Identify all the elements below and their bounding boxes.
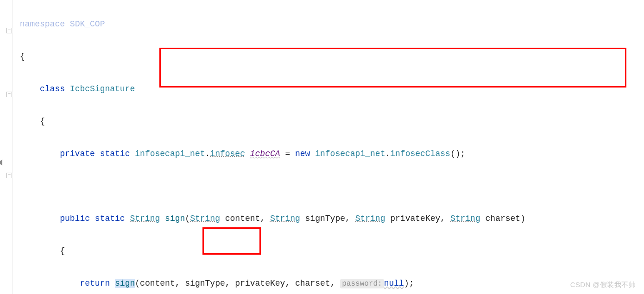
code-line: { [15, 243, 644, 259]
code-line: { [15, 113, 644, 130]
editor-gutter: − − − [0, 0, 13, 294]
fold-icon[interactable]: − [6, 92, 12, 97]
code-line: return sign(content, signType, privateKe… [15, 275, 644, 292]
code-line [15, 178, 644, 194]
code-line: private static infosecapi_net.infosec ic… [15, 146, 644, 162]
code-line: class IcbcSignature [15, 81, 644, 97]
code-line: public static String sign(String content… [15, 211, 644, 227]
parameter-hint: password: [340, 279, 384, 288]
fold-icon[interactable]: − [6, 173, 12, 178]
caret-indicator [0, 159, 2, 166]
code-line: namespace SDK_COP [15, 16, 644, 32]
code-line: { [15, 49, 644, 65]
code-area[interactable]: namespace SDK_COP { class IcbcSignature … [13, 0, 644, 294]
watermark: CSDN @假装我不帅 [570, 281, 636, 289]
code-editor[interactable]: − − − namespace SDK_COP { class IcbcSign… [0, 0, 644, 294]
fold-icon[interactable]: − [6, 28, 12, 33]
